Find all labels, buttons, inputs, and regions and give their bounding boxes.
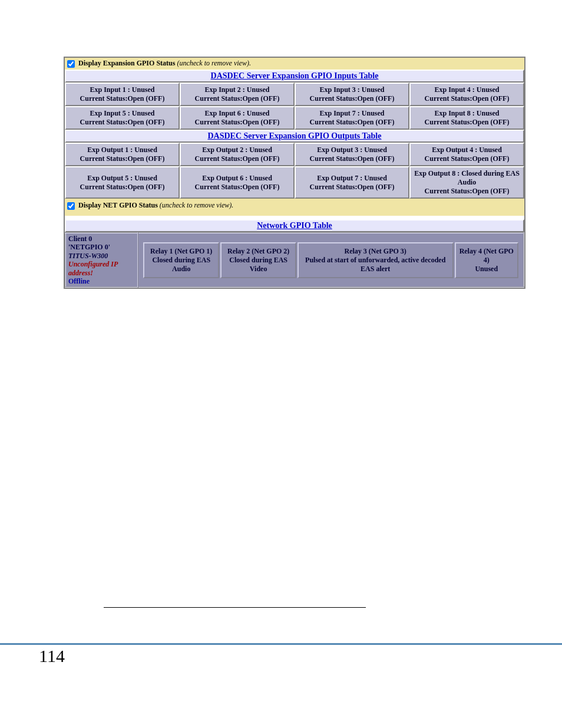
exp-output-cell: Exp Output 8 : Closed during EAS AudioCu… — [409, 166, 524, 199]
client-name: 'NETGPIO 0' — [68, 243, 110, 251]
exp-input-title: Exp Input 8 : Unused — [434, 109, 499, 117]
net-gpio-checkbox[interactable] — [67, 202, 75, 210]
exp-outputs-header: DASDEC Server Expansion GPIO Outputs Tab… — [65, 130, 524, 143]
relay-desc: Unused — [475, 265, 498, 273]
relay-desc: Closed during EAS Video — [229, 256, 287, 273]
exp-input-title: Exp Input 3 : Unused — [319, 85, 384, 94]
exp-inputs-header-link[interactable]: DASDEC Server Expansion GPIO Inputs Tabl… — [211, 71, 379, 80]
exp-input-cell: Exp Input 5 : UnusedCurrent Status:Open … — [65, 106, 180, 130]
exp-output-cell: Exp Output 4 : UnusedCurrent Status:Open… — [409, 143, 524, 166]
exp-inputs-header: DASDEC Server Expansion GPIO Inputs Tabl… — [65, 70, 524, 83]
exp-input-status: Current Status:Open (OFF) — [195, 94, 280, 103]
net-gpio-checkbox-label: Display NET GPIO Status — [78, 201, 158, 209]
gpio-status-panel: Display Expansion GPIO Status (uncheck t… — [64, 57, 525, 289]
exp-output-status: Current Status:Open (OFF) — [310, 183, 395, 191]
network-gpio-table: Client 0 'NETGPIO 0' TITUS-W300 Unconfig… — [65, 232, 524, 288]
exp-output-cell: Exp Output 5 : UnusedCurrent Status:Open… — [65, 166, 180, 199]
exp-output-title: Exp Output 5 : Unused — [87, 174, 157, 182]
exp-input-cell: Exp Input 8 : UnusedCurrent Status:Open … — [409, 106, 524, 130]
exp-input-cell: Exp Input 7 : UnusedCurrent Status:Open … — [295, 106, 409, 130]
exp-output-title: Exp Output 6 : Unused — [202, 174, 272, 182]
exp-output-title: Exp Output 4 : Unused — [432, 146, 502, 154]
exp-output-title: Exp Output 8 : Closed during EAS Audio — [414, 169, 520, 186]
net-gpio-checkbox-hint: (uncheck to remove view). — [160, 201, 234, 209]
relay-title: Relay 1 (Net GPO 1) — [150, 247, 212, 255]
exp-output-status: Current Status:Open (OFF) — [80, 154, 165, 163]
network-gpio-header: Network GPIO Table — [65, 219, 524, 232]
exp-output-title: Exp Output 1 : Unused — [87, 146, 157, 154]
exp-input-cell: Exp Input 3 : UnusedCurrent Status:Open … — [295, 83, 409, 106]
exp-output-cell: Exp Output 1 : UnusedCurrent Status:Open… — [65, 143, 180, 166]
exp-input-title: Exp Input 4 : Unused — [434, 85, 499, 94]
relay-cell: Relay 2 (Net GPO 2)Closed during EAS Vid… — [220, 242, 296, 278]
exp-input-cell: Exp Input 4 : UnusedCurrent Status:Open … — [409, 83, 524, 106]
relay-cell: Relay 4 (Net GPO 4)Unused — [455, 242, 518, 278]
exp-input-status: Current Status:Open (OFF) — [310, 94, 395, 103]
exp-input-status: Current Status:Open (OFF) — [80, 118, 165, 126]
relay-cell: Relay 3 (Net GPO 3)Pulsed at start of un… — [297, 242, 454, 278]
exp-output-title: Exp Output 2 : Unused — [202, 146, 272, 154]
exp-gpio-toggle-row: Display Expansion GPIO Status (uncheck t… — [65, 58, 524, 70]
exp-input-title: Exp Input 6 : Unused — [204, 109, 269, 117]
exp-input-cell: Exp Input 6 : UnusedCurrent Status:Open … — [180, 106, 295, 130]
relay-title: Relay 4 (Net GPO 4) — [459, 247, 514, 264]
exp-output-status: Current Status:Open (OFF) — [310, 154, 395, 163]
exp-output-title: Exp Output 7 : Unused — [317, 174, 387, 182]
relay-desc: Closed during EAS Audio — [152, 256, 210, 273]
exp-output-status: Current Status:Open (OFF) — [195, 154, 280, 163]
exp-output-title: Exp Output 3 : Unused — [317, 146, 387, 154]
exp-input-status: Current Status:Open (OFF) — [425, 94, 510, 103]
client-model: TITUS-W300 — [68, 252, 108, 260]
exp-input-title: Exp Input 7 : Unused — [319, 109, 384, 117]
exp-input-status: Current Status:Open (OFF) — [195, 118, 280, 126]
exp-outputs-table: Exp Output 1 : UnusedCurrent Status:Open… — [65, 143, 524, 199]
exp-input-title: Exp Input 5 : Unused — [90, 109, 154, 117]
exp-output-cell: Exp Output 7 : UnusedCurrent Status:Open… — [295, 166, 409, 199]
net-gpio-toggle-row: Display NET GPIO Status (uncheck to remo… — [65, 199, 524, 216]
client-warning: Unconfigured IP address! — [68, 260, 118, 276]
exp-input-status: Current Status:Open (OFF) — [310, 118, 395, 126]
exp-output-cell: Exp Output 2 : UnusedCurrent Status:Open… — [180, 143, 295, 166]
page-footer: 114 — [0, 643, 562, 666]
client-index: Client 0 — [68, 235, 92, 243]
exp-input-status: Current Status:Open (OFF) — [80, 94, 165, 103]
network-gpio-section: Network GPIO Table Client 0 'NETGPIO 0' … — [65, 216, 524, 288]
relay-cell: Relay 1 (Net GPO 1)Closed during EAS Aud… — [143, 242, 219, 278]
relays-table: Relay 1 (Net GPO 1)Closed during EAS Aud… — [142, 241, 520, 279]
relay-desc: Pulsed at start of unforwarded, active d… — [305, 256, 445, 273]
exp-input-status: Current Status:Open (OFF) — [425, 118, 510, 126]
exp-gpio-checkbox-hint: (uncheck to remove view). — [177, 59, 251, 67]
exp-gpio-checkbox-label: Display Expansion GPIO Status — [78, 59, 175, 67]
exp-output-status: Current Status:Open (OFF) — [425, 187, 510, 195]
exp-input-cell: Exp Input 1 : UnusedCurrent Status:Open … — [65, 83, 180, 106]
exp-gpio-checkbox[interactable] — [67, 60, 75, 68]
exp-input-cell: Exp Input 2 : UnusedCurrent Status:Open … — [180, 83, 295, 106]
page-number: 114 — [39, 646, 65, 666]
relay-title: Relay 3 (Net GPO 3) — [345, 247, 406, 255]
exp-output-cell: Exp Output 3 : UnusedCurrent Status:Open… — [295, 143, 409, 166]
exp-output-status: Current Status:Open (OFF) — [80, 183, 165, 191]
footnote-rule — [104, 607, 366, 608]
exp-outputs-header-link[interactable]: DASDEC Server Expansion GPIO Outputs Tab… — [208, 131, 382, 140]
exp-output-status: Current Status:Open (OFF) — [425, 154, 510, 163]
client-state: Offline — [68, 277, 90, 285]
exp-inputs-table: Exp Input 1 : UnusedCurrent Status:Open … — [65, 83, 524, 130]
network-client-cell: Client 0 'NETGPIO 0' TITUS-W300 Unconfig… — [65, 233, 138, 287]
relay-title: Relay 2 (Net GPO 2) — [227, 247, 289, 255]
network-gpio-header-link[interactable]: Network GPIO Table — [257, 221, 332, 230]
exp-input-title: Exp Input 1 : Unused — [90, 85, 154, 94]
exp-input-title: Exp Input 2 : Unused — [204, 85, 269, 94]
exp-output-cell: Exp Output 6 : UnusedCurrent Status:Open… — [180, 166, 295, 199]
exp-output-status: Current Status:Open (OFF) — [195, 183, 280, 191]
